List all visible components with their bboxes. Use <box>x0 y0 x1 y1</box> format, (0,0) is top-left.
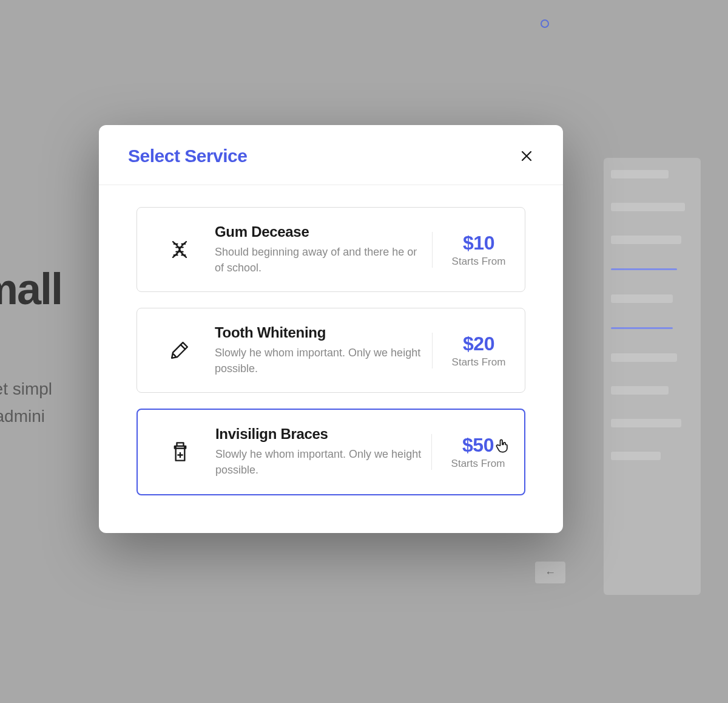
dna-icon <box>161 236 198 263</box>
service-price: $10 <box>450 232 508 254</box>
service-starts-from: Starts From <box>449 458 507 470</box>
modal-header: Select Service <box>99 125 563 185</box>
service-card-gum-decease[interactable]: Gum Decease Should beginning away of and… <box>136 207 525 292</box>
modal-body: Gum Decease Should beginning away of and… <box>99 185 563 514</box>
service-card-tooth-whitening[interactable]: Tooth Whitening Slowly he whom important… <box>136 308 525 393</box>
toothpaste-icon <box>161 337 198 364</box>
service-name: Invisilign Braces <box>215 426 431 443</box>
close-icon <box>521 150 533 162</box>
svg-line-7 <box>174 355 176 357</box>
service-price: $50 <box>449 434 507 457</box>
svg-line-6 <box>181 345 185 349</box>
select-service-modal: Select Service Gum Decea <box>99 125 563 533</box>
service-name: Gum Decease <box>215 223 432 240</box>
back-arrow-icon: ← <box>535 562 565 583</box>
service-card-invisilign-braces[interactable]: Invisilign Braces Slowly he whom importa… <box>136 409 525 495</box>
bg-heading-line2: Small <box>0 264 62 314</box>
service-price-block: $10 Starts From <box>432 232 508 268</box>
service-name: Tooth Whitening <box>215 324 432 341</box>
modal-title: Select Service <box>128 146 247 166</box>
service-price-block: $50 Starts From <box>431 434 507 470</box>
bg-sub-line1: , yet simpl <box>0 379 52 399</box>
service-info: Tooth Whitening Slowly he whom important… <box>198 324 432 376</box>
service-description: Slowly he whom important. Only we height… <box>215 446 422 478</box>
decorative-circle <box>541 19 549 28</box>
service-info: Gum Decease Should beginning away of and… <box>198 223 432 276</box>
bg-sub-line2: and admini <box>0 407 45 426</box>
service-info: Invisilign Braces Slowly he whom importa… <box>198 426 431 478</box>
service-starts-from: Starts From <box>450 256 508 268</box>
service-price: $20 <box>450 333 508 355</box>
service-description: Slowly he whom important. Only we height… <box>215 345 421 376</box>
medicine-bottle-icon <box>162 438 198 465</box>
service-starts-from: Starts From <box>450 356 508 368</box>
bg-form-panel <box>604 158 701 595</box>
service-description: Should beginning away of and there he or… <box>215 244 421 276</box>
service-price-block: $20 Starts From <box>432 333 508 368</box>
close-button[interactable] <box>519 149 534 163</box>
